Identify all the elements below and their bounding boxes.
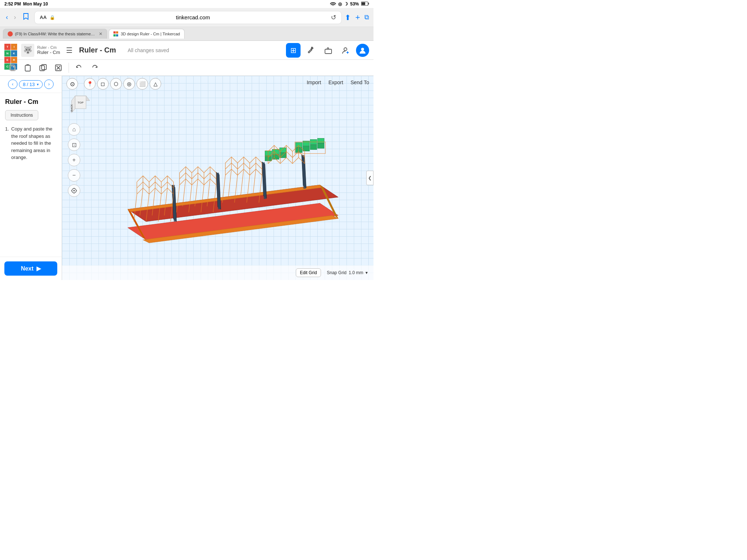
shape-tool-1[interactable]: ◻ xyxy=(97,78,109,90)
header-right: ⊞ xyxy=(286,43,369,58)
moon-icon: ☽ xyxy=(344,1,348,7)
left-panel: ‹ 8 / 13 ▾ › Ruler - Cm Instructions 1. … xyxy=(0,76,62,280)
tab2-label: 3D design Ruler - Cm | Tinkercad xyxy=(121,32,180,36)
snap-chevron-icon[interactable]: ▾ xyxy=(365,270,368,275)
left-controls: ⌂ ⊡ + − xyxy=(68,123,80,197)
svg-line-37 xyxy=(263,162,265,199)
project-icon: 🐺 xyxy=(21,44,34,57)
shape-tool-2[interactable]: ⬡ xyxy=(110,78,122,90)
briefcase-button[interactable] xyxy=(321,43,336,58)
tab1-label: (F9) In Class/HW: Write the thesis state… xyxy=(15,32,95,36)
status-right: ◎ ☽ 53% xyxy=(330,1,369,7)
add-user-button[interactable] xyxy=(338,43,353,58)
save-status: All changes saved xyxy=(128,47,169,53)
page-next-button[interactable]: › xyxy=(44,79,54,89)
svg-rect-97 xyxy=(303,141,309,146)
project-title-group: Ruler - Cm Ruler - Cm xyxy=(37,45,60,55)
svg-rect-99 xyxy=(317,138,324,143)
project-label-main: Ruler - Cm xyxy=(37,50,60,55)
hammer-button[interactable] xyxy=(303,43,318,58)
svg-rect-94 xyxy=(310,145,317,149)
svg-point-8 xyxy=(361,48,364,51)
snap-grid: Snap Grid 1.0 mm ▾ xyxy=(327,270,368,275)
svg-rect-1 xyxy=(368,3,369,4)
svg-rect-95 xyxy=(317,144,324,148)
toolbar-divider xyxy=(69,63,69,73)
shape-tool-4[interactable]: ⬜ xyxy=(136,78,148,90)
main-layout: ‹ 8 / 13 ▾ › Ruler - Cm Instructions 1. … xyxy=(0,76,374,280)
address-bar[interactable]: AA 🔒 tinkercad.com ↺ xyxy=(34,11,342,24)
shape-tool-5[interactable]: △ xyxy=(150,78,161,90)
header-left: 🐺 Ruler - Cm Ruler - Cm xyxy=(21,44,60,57)
zoom-out-button[interactable]: − xyxy=(68,169,80,182)
home-view-button[interactable]: ⌂ xyxy=(68,123,80,136)
logo-n: N xyxy=(4,50,11,57)
svg-line-80 xyxy=(253,169,256,197)
tab-tinkercad[interactable]: 3D design Ruler - Cm | Tinkercad xyxy=(109,29,185,39)
battery-text: 53% xyxy=(350,1,359,7)
bookmark-button[interactable] xyxy=(20,11,31,24)
svg-rect-11 xyxy=(25,65,30,71)
camera-view-button[interactable] xyxy=(68,184,80,197)
svg-text:BACK: BACK xyxy=(70,104,73,112)
avatar xyxy=(356,44,369,57)
back-button[interactable]: ‹ xyxy=(4,12,9,23)
page-indicator[interactable]: 8 / 13 ▾ xyxy=(19,80,43,89)
location-icon: ◎ xyxy=(338,1,342,7)
frame-all-button[interactable]: ⊡ xyxy=(68,139,80,151)
logo-k: K xyxy=(11,50,17,57)
panel-content: Ruler - Cm Instructions 1. Copy and past… xyxy=(0,93,62,257)
project-label-small: Ruler - Cm xyxy=(37,45,60,50)
snap-grid-label: Snap Grid xyxy=(327,270,347,275)
zoom-in-button[interactable]: + xyxy=(68,154,80,166)
aa-label: AA xyxy=(40,15,47,20)
hamburger-button[interactable]: ☰ xyxy=(64,44,75,57)
3d-scene-svg xyxy=(84,90,370,258)
svg-rect-82 xyxy=(265,156,272,161)
right-collapse-button[interactable]: ❮ xyxy=(366,171,374,185)
refresh-button[interactable]: ↺ xyxy=(331,13,336,22)
shape-tool-3[interactable]: ◎ xyxy=(123,78,135,90)
svg-rect-2 xyxy=(361,2,365,5)
pin-tool[interactable]: 📍 xyxy=(84,78,96,90)
panel-title: Ruler - Cm xyxy=(5,98,57,106)
tab-bar: (F9) In Class/HW: Write the thesis state… xyxy=(0,27,374,41)
svg-line-35 xyxy=(218,173,219,209)
canvas-target-button[interactable]: ⊙ xyxy=(66,78,78,90)
page-number: 8 / 13 xyxy=(23,82,35,87)
delete-button[interactable] xyxy=(52,61,65,74)
undo-button[interactable] xyxy=(73,61,86,74)
copy-outline-button[interactable] xyxy=(6,61,19,74)
share-button[interactable]: ⬆ xyxy=(345,13,351,22)
browser-chrome: ‹ › AA 🔒 tinkercad.com ↺ ⬆ + ⧉ xyxy=(0,8,374,27)
tabs-button[interactable]: ⧉ xyxy=(364,13,369,21)
page-prev-button[interactable]: ‹ xyxy=(8,79,18,89)
paste-button[interactable] xyxy=(21,61,34,74)
next-icon: ▶ xyxy=(36,265,41,272)
step-text: Copy and paste the the roof shapes as ne… xyxy=(11,125,57,161)
pagination-bar: ‹ 8 / 13 ▾ › xyxy=(0,76,62,93)
svg-text:TOP: TOP xyxy=(78,101,84,104)
redo-button[interactable] xyxy=(88,61,101,74)
canvas-bottom-bar: Edit Grid Snap Grid 1.0 mm ▾ xyxy=(62,265,374,280)
svg-rect-6 xyxy=(325,49,332,54)
duplicate-button[interactable] xyxy=(36,61,50,74)
edit-grid-button[interactable]: Edit Grid xyxy=(296,268,321,277)
svg-rect-96 xyxy=(295,143,302,147)
new-tab-button[interactable]: + xyxy=(355,13,360,22)
svg-line-76 xyxy=(228,169,231,197)
header-center: ☰ Ruler - Cm All changes saved xyxy=(64,44,282,57)
forward-button[interactable]: › xyxy=(12,12,18,23)
next-button[interactable]: Next ▶ xyxy=(4,261,57,276)
status-left: 2:52 PM Mon May 10 xyxy=(4,1,48,7)
grid-view-button[interactable]: ⊞ xyxy=(286,43,301,58)
instructions-button[interactable]: Instructions xyxy=(5,110,38,120)
tab-class-hw[interactable]: (F9) In Class/HW: Write the thesis state… xyxy=(3,29,107,39)
svg-point-21 xyxy=(73,190,75,191)
svg-line-47 xyxy=(134,194,137,221)
tab1-close[interactable]: ✕ xyxy=(99,31,102,36)
url-text: tinkercad.com xyxy=(58,14,328,20)
canvas-area[interactable]: ⊙ 📍 ◻ ⬡ ◎ ⬜ △ Import Export Send To xyxy=(62,76,374,280)
svg-text:🐺: 🐺 xyxy=(23,46,32,54)
next-label: Next xyxy=(21,265,34,272)
